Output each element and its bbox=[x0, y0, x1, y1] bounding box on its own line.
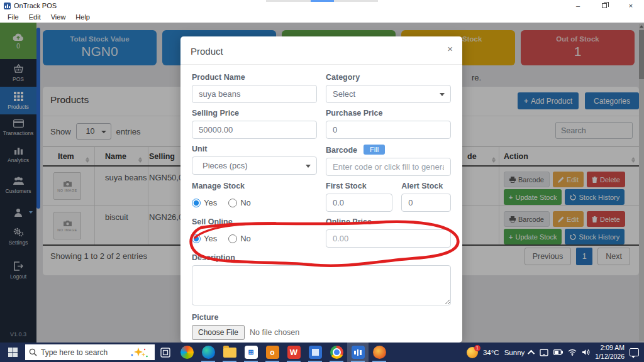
snip-taskbar-button[interactable] bbox=[369, 343, 390, 362]
barcode-field[interactable] bbox=[326, 158, 451, 176]
first-stock-label: First Stock bbox=[326, 182, 392, 190]
wps-taskbar-button[interactable]: W bbox=[283, 343, 304, 362]
menu-file[interactable]: File bbox=[3, 13, 24, 21]
edge-taskbar-button[interactable] bbox=[197, 343, 219, 362]
wifi-icon[interactable] bbox=[568, 349, 577, 356]
speaker-icon[interactable] bbox=[582, 349, 590, 356]
weather-icon[interactable]: 1 bbox=[467, 347, 478, 358]
action-center-icon[interactable] bbox=[630, 348, 639, 356]
search-placeholder-text: Type here to search bbox=[41, 348, 108, 357]
close-button[interactable]: × bbox=[618, 0, 644, 11]
unit-label: Unit bbox=[192, 145, 317, 153]
radio-icon[interactable] bbox=[228, 234, 237, 243]
picture-label: Picture bbox=[192, 313, 451, 322]
product-modal: Product × Product Name Category Select bbox=[180, 36, 462, 343]
tray-expand-icon[interactable] bbox=[528, 349, 535, 356]
store-icon: ⊞ bbox=[245, 346, 258, 359]
ontrack-pos-taskbar-button[interactable] bbox=[347, 343, 369, 362]
radio-icon[interactable] bbox=[192, 199, 201, 207]
file-chosen-status: No file chosen bbox=[250, 328, 299, 337]
app-icon bbox=[4, 3, 11, 9]
folder-icon bbox=[223, 348, 236, 358]
weather-temp[interactable]: 34°C bbox=[483, 349, 499, 356]
radio-icon[interactable] bbox=[192, 234, 201, 243]
copilot-icon bbox=[180, 346, 194, 359]
start-button[interactable] bbox=[0, 343, 25, 362]
alert-stock-label: Alert Stock bbox=[401, 182, 451, 190]
category-label: Category bbox=[326, 73, 451, 82]
sell-online-no-radio[interactable]: No bbox=[228, 234, 251, 243]
tablet-icon[interactable] bbox=[540, 349, 548, 356]
clock-time: 2:09 AM bbox=[595, 344, 625, 352]
sell-online-yes-radio[interactable]: Yes bbox=[192, 234, 217, 243]
sparkle-icon bbox=[130, 347, 148, 358]
taskbar-clock[interactable]: 2:09 AM 1/12/2026 bbox=[595, 344, 625, 360]
unit-select[interactable]: Pieces (pcs) bbox=[192, 156, 317, 175]
selling-price-field[interactable] bbox=[192, 121, 317, 139]
restore-button[interactable] bbox=[591, 0, 618, 11]
barcode-fill-button[interactable]: Fill bbox=[364, 145, 385, 155]
modal-title: Product bbox=[191, 46, 452, 57]
store-taskbar-button[interactable]: ⊞ bbox=[240, 343, 262, 362]
category-select[interactable]: Select bbox=[326, 85, 451, 103]
widgets-taskbar-button[interactable] bbox=[304, 343, 326, 362]
battery-icon[interactable] bbox=[553, 349, 563, 355]
widgets-icon bbox=[309, 346, 322, 359]
purchase-price-field[interactable] bbox=[326, 121, 451, 139]
restore-icon bbox=[602, 3, 607, 8]
purchase-price-label: Purchase Price bbox=[326, 109, 451, 118]
screen: OnTrack POS – × File Edit View Help 0 PO… bbox=[0, 0, 644, 362]
task-view-icon bbox=[160, 348, 170, 358]
task-view-button[interactable] bbox=[155, 343, 176, 362]
menu-help[interactable]: Help bbox=[70, 13, 95, 21]
product-name-label: Product Name bbox=[192, 73, 317, 82]
manage-stock-yes-radio[interactable]: Yes bbox=[192, 198, 217, 207]
menu-edit[interactable]: Edit bbox=[24, 13, 46, 21]
product-name-field[interactable] bbox=[192, 85, 317, 103]
first-stock-field[interactable] bbox=[326, 194, 392, 212]
choose-file-button[interactable]: Choose File bbox=[192, 325, 245, 340]
chrome-icon bbox=[330, 346, 343, 359]
menu-view[interactable]: View bbox=[46, 13, 71, 21]
selling-price-label: Selling Price bbox=[192, 109, 317, 118]
pos-app-icon bbox=[352, 346, 365, 359]
edge-icon bbox=[202, 346, 215, 359]
description-field[interactable] bbox=[192, 265, 451, 305]
menu-bar: File Edit View Help bbox=[0, 11, 644, 23]
barcode-label: BarcodeFill bbox=[326, 145, 451, 155]
taskbar-search[interactable]: Type here to search bbox=[25, 344, 155, 360]
windows-logo-icon bbox=[8, 348, 18, 357]
copilot-button[interactable] bbox=[176, 343, 197, 362]
minimize-button[interactable]: – bbox=[565, 0, 591, 11]
description-label: Description bbox=[192, 253, 451, 262]
outlook-taskbar-button[interactable]: o bbox=[262, 343, 283, 362]
alert-stock-field[interactable] bbox=[401, 194, 451, 212]
loading-strip bbox=[266, 0, 378, 2]
notification-badge: 1 bbox=[474, 345, 480, 351]
window-title: OnTrack POS bbox=[14, 2, 57, 9]
search-icon bbox=[29, 348, 37, 356]
wps-icon: W bbox=[287, 346, 301, 359]
sell-online-label: Sell Online bbox=[192, 217, 317, 226]
taskbar: Type here to search ⊞ o W 1 34°C Sunny 2… bbox=[0, 343, 644, 362]
manage-stock-no-radio[interactable]: No bbox=[228, 198, 251, 207]
file-explorer-taskbar-button[interactable] bbox=[219, 343, 240, 362]
snip-icon bbox=[373, 346, 386, 359]
modal-close-button[interactable]: × bbox=[447, 44, 453, 53]
clock-date: 1/12/2026 bbox=[595, 353, 625, 361]
outlook-icon: o bbox=[266, 346, 279, 359]
app-body: 0 POS Products Transactions Analytics Cu bbox=[0, 23, 644, 343]
radio-icon[interactable] bbox=[228, 199, 237, 207]
manage-stock-label: Manage Stock bbox=[192, 182, 317, 190]
online-price-label: Online Price bbox=[326, 217, 451, 226]
online-price-field[interactable] bbox=[326, 229, 451, 248]
weather-condition[interactable]: Sunny bbox=[504, 349, 525, 356]
chrome-taskbar-button[interactable] bbox=[326, 343, 347, 362]
